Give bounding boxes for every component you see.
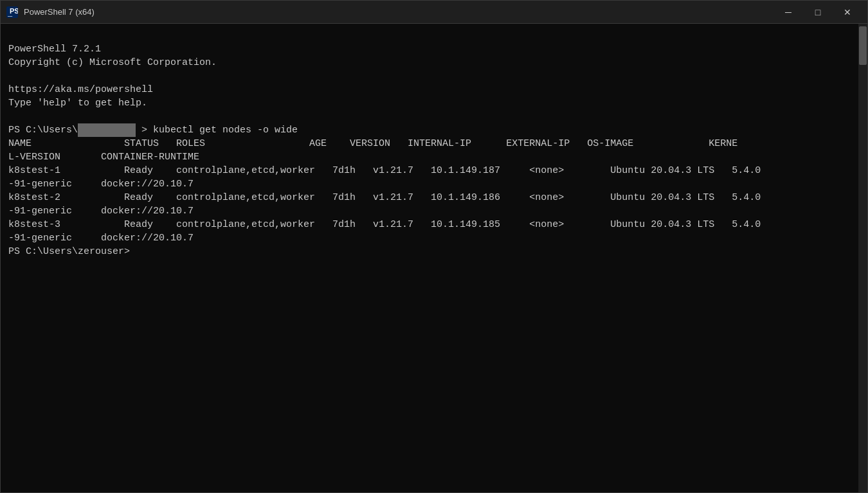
scrollbar-thumb[interactable] bbox=[859, 26, 867, 65]
window-controls: ─ □ ✕ bbox=[773, 1, 862, 24]
redacted-username bbox=[78, 123, 136, 137]
svg-text:PS: PS bbox=[10, 7, 18, 15]
minimize-button[interactable]: ─ bbox=[773, 1, 803, 24]
titlebar: _ PS PowerShell 7 (x64) ─ □ ✕ bbox=[1, 1, 867, 24]
node2-row1: k8stest-2 Ready controlplane,etcd,worker… bbox=[8, 192, 761, 203]
table-header1: NAME STATUS ROLES AGE VERSION INTERNAL-I… bbox=[8, 138, 737, 149]
terminal-output: PowerShell 7.2.1 Copyright (c) Microsoft… bbox=[8, 29, 860, 258]
url-line: https://aka.ms/powershell bbox=[8, 84, 153, 95]
node1-row1: k8stest-1 Ready controlplane,etcd,worker… bbox=[8, 165, 761, 176]
node3-row1: k8stest-3 Ready controlplane,etcd,worker… bbox=[8, 219, 761, 230]
help-line: Type 'help' to get help. bbox=[8, 98, 147, 109]
node2-row2: -91-generic docker://20.10.7 bbox=[8, 206, 194, 217]
powershell-window: _ PS PowerShell 7 (x64) ─ □ ✕ PowerShell… bbox=[0, 0, 868, 493]
powershell-icon: _ PS bbox=[6, 6, 19, 19]
window-title: PowerShell 7 (x64) bbox=[24, 7, 773, 17]
version-line: PowerShell 7.2.1 bbox=[8, 44, 101, 55]
close-button[interactable]: ✕ bbox=[833, 1, 862, 24]
node3-row2: -91-generic docker://20.10.7 bbox=[8, 233, 194, 244]
scrollbar[interactable] bbox=[858, 24, 867, 492]
table-header2: L-VERSION CONTAINER-RUNTIME bbox=[8, 152, 199, 163]
final-prompt: PS C:\Users\zerouser> bbox=[8, 246, 130, 257]
terminal-body[interactable]: PowerShell 7.2.1 Copyright (c) Microsoft… bbox=[1, 24, 867, 492]
copyright-line: Copyright (c) Microsoft Corporation. bbox=[8, 57, 217, 68]
command-prompt: PS C:\Users\ > kubectl get nodes -o wide bbox=[8, 125, 298, 136]
node1-row2: -91-generic docker://20.10.7 bbox=[8, 179, 194, 190]
maximize-button[interactable]: □ bbox=[803, 1, 833, 24]
